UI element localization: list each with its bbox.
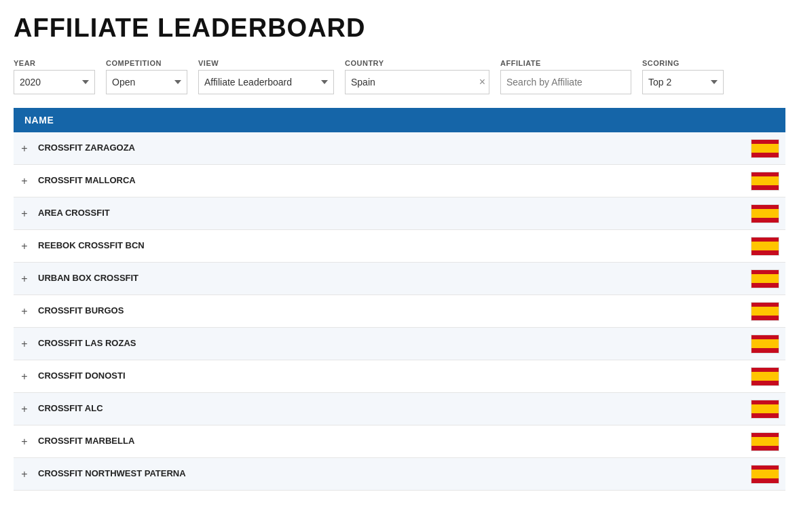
country-flag [745,432,785,451]
country-flag [745,237,785,256]
scoring-label: SCORING [642,59,724,67]
view-label: VIEW [198,59,334,67]
table-row[interactable]: + AREA CROSSFIT [14,197,785,230]
country-label: COUNTRY [345,59,489,67]
expand-icon[interactable]: + [14,403,35,415]
expand-icon[interactable]: + [14,208,35,220]
view-select[interactable]: Affiliate Leaderboard Individual Leaderb… [198,70,334,94]
country-clear-button[interactable]: × [479,77,485,88]
affiliate-name: CROSSFIT LAS ROZAS [35,338,745,349]
country-flag [745,367,785,386]
spain-flag-icon [751,367,779,386]
country-flag [745,400,785,419]
view-filter-group: VIEW Affiliate Leaderboard Individual Le… [198,59,334,94]
table-row[interactable]: + CROSSFIT MARBELLA [14,425,785,458]
table-row[interactable]: + CROSSFIT ZARAGOZA [14,132,785,165]
expand-icon[interactable]: + [14,305,35,318]
country-input[interactable] [345,70,489,94]
table-row[interactable]: + CROSSFIT LAS ROZAS [14,328,785,360]
spain-flag-icon [751,237,779,256]
country-filter-group: COUNTRY × [345,59,489,94]
affiliate-name: CROSSFIT NORTHWEST PATERNA [35,468,745,480]
spain-flag-icon [751,139,779,158]
expand-icon[interactable]: + [14,436,35,448]
page-container: AFFILIATE LEADERBOARD YEAR 2020 2019 201… [0,0,799,504]
filters-row: YEAR 2020 2019 2018 2017 COMPETITION Ope… [14,59,785,94]
spain-flag-icon [751,400,779,419]
scoring-select[interactable]: Top 2 Top 3 Top 5 [642,70,724,94]
affiliate-label: AFFILIATE [500,59,631,67]
table-row[interactable]: + REEBOK CROSSFIT BCN [14,230,785,263]
expand-icon[interactable]: + [14,370,35,383]
page-title: AFFILIATE LEADERBOARD [14,14,785,43]
competition-label: COMPETITION [106,59,187,67]
spain-flag-icon [751,465,779,484]
spain-flag-icon [751,269,779,288]
affiliate-filter-group: AFFILIATE [500,59,631,94]
affiliate-search-input[interactable] [500,70,631,94]
expand-icon[interactable]: + [14,273,35,285]
table-row[interactable]: + CROSSFIT MALLORCA [14,165,785,197]
year-filter-group: YEAR 2020 2019 2018 2017 [14,59,95,94]
expand-icon[interactable]: + [14,338,35,350]
affiliate-name: URBAN BOX CROSSFIT [35,273,745,284]
affiliate-name: CROSSFIT DONOSTI [35,370,745,382]
country-input-wrap: × [345,70,489,94]
competition-filter-group: COMPETITION Open Regionals Games [106,59,187,94]
affiliate-name: CROSSFIT MARBELLA [35,436,745,447]
competition-select[interactable]: Open Regionals Games [106,70,187,94]
affiliate-name: CROSSFIT ZARAGOZA [35,142,745,154]
table-row[interactable]: + CROSSFIT NORTHWEST PATERNA [14,458,785,491]
affiliate-name: AREA CROSSFIT [35,208,745,219]
table-row[interactable]: + URBAN BOX CROSSFIT [14,263,785,295]
country-flag [745,139,785,158]
spain-flag-icon [751,432,779,451]
affiliate-name: CROSSFIT MALLORCA [35,175,745,187]
affiliate-name: CROSSFIT ALC [35,403,745,415]
scoring-filter-group: SCORING Top 2 Top 3 Top 5 [642,59,724,94]
affiliate-name: CROSSFIT BURGOS [35,305,745,317]
expand-icon[interactable]: + [14,240,35,252]
spain-flag-icon [751,335,779,354]
spain-flag-icon [751,172,779,191]
table-body: + CROSSFIT ZARAGOZA + CROSSFIT MALLORCA [14,132,785,491]
country-flag [745,269,785,288]
country-flag [745,302,785,321]
table-header: NAME [14,108,785,132]
country-flag [745,204,785,223]
expand-icon[interactable]: + [14,142,35,155]
expand-icon[interactable]: + [14,468,35,480]
expand-icon[interactable]: + [14,175,35,187]
table-container: NAME + CROSSFIT ZARAGOZA + CROSSFIT MALL… [14,108,785,491]
table-row[interactable]: + CROSSFIT DONOSTI [14,360,785,393]
country-flag [745,335,785,354]
year-select[interactable]: 2020 2019 2018 2017 [14,70,95,94]
spain-flag-icon [751,302,779,321]
country-flag [745,465,785,484]
year-label: YEAR [14,59,95,67]
country-flag [745,172,785,191]
table-row[interactable]: + CROSSFIT ALC [14,393,785,425]
spain-flag-icon [751,204,779,223]
table-row[interactable]: + CROSSFIT BURGOS [14,295,785,328]
affiliate-name: REEBOK CROSSFIT BCN [35,240,745,252]
